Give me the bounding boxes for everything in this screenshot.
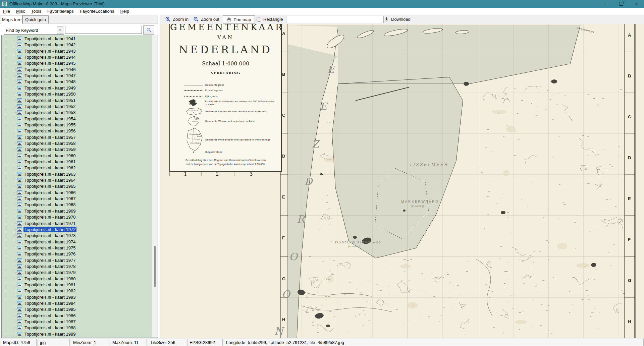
tree-item[interactable]: Topotijdreis.nl - kaart 1989 — [2, 331, 151, 337]
tree-item[interactable]: Topotijdreis.nl - kaart 1977 — [2, 257, 151, 264]
tree-item-label: Topotijdreis.nl - kaart 1970 — [23, 214, 76, 220]
sea-label-letter: E — [320, 101, 327, 112]
tab-quick-goto[interactable]: Quick goto — [22, 15, 49, 23]
tree-item-label: Topotijdreis.nl - kaart 1950 — [23, 91, 76, 97]
restore-button[interactable] — [614, 0, 629, 8]
tree-item[interactable]: Topotijdreis.nl - kaart 1966 — [2, 189, 151, 196]
legend-row: Provinciale hoofdsteden en steden van 10… — [183, 99, 277, 107]
tree-item[interactable]: Topotijdreis.nl - kaart 1943 — [2, 48, 151, 54]
pan-map-button[interactable]: Pan map — [223, 15, 255, 24]
tree-item[interactable]: Topotijdreis.nl - kaart 1971 — [2, 220, 151, 227]
tree-guide-line — [14, 35, 14, 338]
tree-item[interactable]: Topotijdreis.nl - kaart 1982 — [2, 288, 151, 294]
tree-item[interactable]: Topotijdreis.nl - kaart 1941 — [2, 36, 151, 42]
tree-item[interactable]: Topotijdreis.nl - kaart 1957 — [2, 134, 151, 140]
tree-item[interactable]: Topotijdreis.nl - kaart 1949 — [2, 85, 151, 91]
tree-item[interactable]: Topotijdreis.nl - kaart 1978 — [2, 263, 151, 270]
tree-item[interactable]: Topotijdreis.nl - kaart 1951 — [2, 97, 151, 104]
tree-item[interactable]: Topotijdreis.nl - kaart 1961 — [2, 159, 151, 165]
tree-item[interactable]: Topotijdreis.nl - kaart 1979 — [2, 269, 151, 276]
search-input[interactable] — [65, 26, 142, 34]
tree-item[interactable]: Topotijdreis.nl - kaart 1965 — [2, 183, 151, 189]
tree-item-label: Topotijdreis.nl - kaart 1947 — [23, 73, 76, 78]
tree-item[interactable]: Topotijdreis.nl - kaart 1942 — [2, 42, 151, 48]
tree-item[interactable]: Topotijdreis.nl - kaart 1958 — [2, 140, 151, 147]
legend-row: Hulpsekretarie — [183, 151, 277, 154]
tree-item[interactable]: Topotijdreis.nl - kaart 1972 — [2, 226, 151, 233]
tree-item[interactable]: Topotijdreis.nl - kaart 1964 — [2, 177, 151, 183]
tree-item[interactable]: Topotijdreis.nl - kaart 1976 — [2, 251, 151, 257]
menu-file[interactable]: File — [0, 8, 13, 14]
tree-connector — [14, 168, 17, 168]
tree-connector — [14, 174, 17, 174]
tree-connector — [14, 137, 17, 137]
zoom-in-button[interactable]: Zoom in — [164, 15, 190, 23]
tree-item[interactable]: Topotijdreis.nl - kaart 1953 — [2, 109, 151, 116]
tree-item[interactable]: Topotijdreis.nl - kaart 1946 — [2, 66, 151, 73]
tree-item[interactable]: Topotijdreis.nl - kaart 1969 — [2, 208, 151, 214]
tree-item[interactable]: Topotijdreis.nl - kaart 1962 — [2, 165, 151, 171]
tree-item[interactable]: Topotijdreis.nl - kaart 1954 — [2, 116, 151, 122]
tree-connector — [14, 315, 17, 316]
tree-item[interactable]: Topotijdreis.nl - kaart 1985 — [2, 306, 151, 312]
map-thumbnail-icon — [17, 147, 22, 153]
map-canvas[interactable]: GEMEENTENKAART VAN NEDERLAND Schaal 1:40… — [160, 24, 644, 338]
tree-item[interactable]: Topotijdreis.nl - kaart 1959 — [2, 146, 151, 153]
download-button[interactable]: Download — [383, 15, 412, 23]
search-mode-dropdown[interactable]: Find by Keyword ▼ — [4, 26, 64, 35]
tree-item[interactable]: Topotijdreis.nl - kaart 1975 — [2, 245, 151, 251]
menu-help[interactable]: Help — [117, 8, 132, 14]
tree-item[interactable]: Topotijdreis.nl - kaart 1968 — [2, 201, 151, 208]
tree-item[interactable]: Topotijdreis.nl - kaart 1967 — [2, 195, 151, 202]
tree-item[interactable]: Topotijdreis.nl - kaart 1945 — [2, 60, 151, 66]
close-button[interactable]: ✕ — [629, 0, 644, 8]
tree-item[interactable]: Topotijdreis.nl - kaart 1956 — [2, 128, 151, 134]
tree-item[interactable]: Topotijdreis.nl - kaart 1960 — [2, 153, 151, 159]
menu-favoritemaps[interactable]: FavoriteMaps — [44, 8, 77, 14]
menu-tools[interactable]: Tools — [28, 8, 44, 14]
tree-item[interactable]: Topotijdreis.nl - kaart 1944 — [2, 54, 151, 60]
tree-item[interactable]: Topotijdreis.nl - kaart 1950 — [2, 91, 151, 97]
map-thumbnail-icon — [17, 92, 22, 98]
tree-item[interactable]: Topotijdreis.nl - kaart 1948 — [2, 78, 151, 85]
tree-item[interactable]: Topotijdreis.nl - kaart 1984 — [2, 300, 151, 306]
tree-connector — [14, 297, 17, 297]
tree-item-label: Topotijdreis.nl - kaart 1968 — [23, 202, 76, 208]
tree-item[interactable]: Topotijdreis.nl - kaart 1988 — [2, 325, 151, 331]
tree-item[interactable]: Topotijdreis.nl - kaart 1974 — [2, 239, 151, 245]
tree-item[interactable]: Topotijdreis.nl - kaart 1970 — [2, 214, 151, 220]
tree-item[interactable]: Topotijdreis.nl - kaart 1980 — [2, 276, 151, 282]
search-button[interactable] — [143, 25, 154, 35]
tree-item[interactable]: Topotijdreis.nl - kaart 1986 — [2, 312, 151, 319]
tree-item[interactable]: Topotijdreis.nl - kaart 1955 — [2, 122, 151, 128]
zoom-out-icon — [193, 16, 199, 22]
tree-item[interactable]: Topotijdreis.nl - kaart 1983 — [2, 294, 151, 300]
tree-item-label: Topotijdreis.nl - kaart 1980 — [23, 276, 76, 282]
status-segment: EPSG:28992 — [187, 339, 223, 346]
legend-row: PrinsenbeekBredaPrincenhageGemeente Prin… — [183, 126, 277, 153]
sea-label-letter: R — [297, 213, 305, 225]
menu-favoritelocations[interactable]: FavoriteLocations — [77, 8, 117, 14]
rectangle-button[interactable]: Rectangle — [255, 15, 284, 23]
tree-item[interactable]: Topotijdreis.nl - kaart 1963 — [2, 171, 151, 177]
tree-scrollbar[interactable] — [152, 35, 158, 337]
map-thumbnail-icon — [17, 141, 22, 147]
tree-item[interactable]: Topotijdreis.nl - kaart 1981 — [2, 282, 151, 288]
toolbar-input[interactable] — [286, 16, 384, 23]
menu-misc[interactable]: Misc — [13, 8, 28, 14]
tree-item[interactable]: Topotijdreis.nl - kaart 1973 — [2, 232, 151, 239]
toolbar-separator — [221, 16, 221, 22]
tree-scrollbar-thumb[interactable] — [154, 246, 156, 287]
tree-item[interactable]: Topotijdreis.nl - kaart 1952 — [2, 103, 151, 110]
legend-text: Provinciegrens — [205, 89, 223, 92]
city-blob — [326, 325, 330, 327]
map-thumbnail-icon — [17, 245, 22, 251]
tree-connector — [14, 45, 17, 45]
tree-item[interactable]: Topotijdreis.nl - kaart 1987 — [2, 319, 151, 325]
status-segment: TileSize: 256 — [148, 339, 186, 346]
tree-item[interactable]: Topotijdreis.nl - kaart 1947 — [2, 72, 151, 79]
minimize-button[interactable] — [599, 0, 614, 8]
tab-maps-tree[interactable]: Maps tree — [1, 15, 22, 24]
zoom-out-button[interactable]: Zoom out — [192, 15, 221, 23]
tree-connector — [14, 75, 17, 76]
